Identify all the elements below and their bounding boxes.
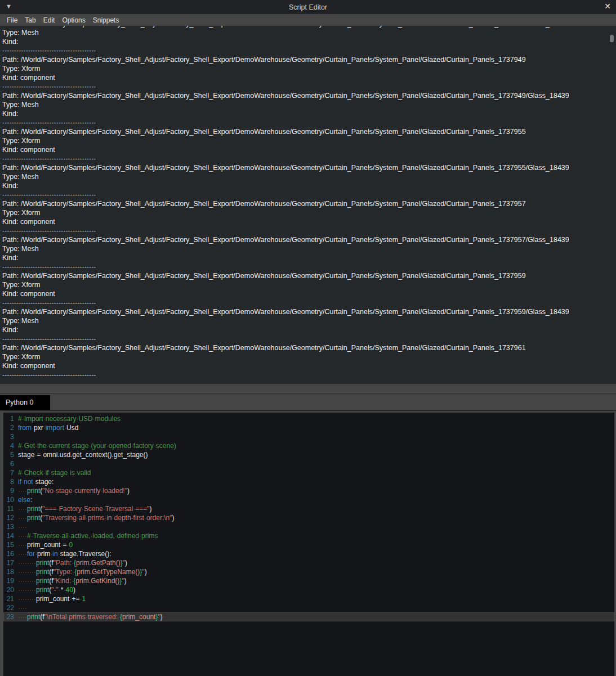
code-text: ····prim_count·=·0 <box>18 540 614 549</box>
console-line: Path: /World/Factory/Samples/Factory_She… <box>2 235 616 244</box>
code-line: 6 <box>3 459 614 468</box>
console-line: ---------------------------------------- <box>2 118 616 127</box>
code-text: ····#·Traverse·all·active,·loaded,·defin… <box>18 531 614 540</box>
code-line: 21········prim_count·+=·1 <box>3 594 614 603</box>
line-number: 9 <box>3 486 18 495</box>
menu-item-tab[interactable]: Tab <box>25 16 35 24</box>
console-line: ---------------------------------------- <box>2 262 616 271</box>
console-line: Type: Mesh <box>2 316 616 325</box>
code-text: ····print(f"\nTotal·prims·traversed:·{pr… <box>18 612 614 621</box>
line-number: 21 <box>3 594 18 603</box>
console-line: Type: Xform <box>2 280 616 289</box>
code-text: ········prim_count·+=·1 <box>18 594 614 603</box>
code-line: 14····#·Traverse·all·active,·loaded,·def… <box>3 531 614 540</box>
console-line: Kind: <box>2 253 616 262</box>
console-line: Type: Mesh <box>2 244 616 253</box>
code-text: #·Import·necessary·USD·modules <box>18 414 614 423</box>
console-line: Type: Mesh <box>2 172 616 181</box>
line-number: 19 <box>3 576 18 585</box>
menu-bar: FileTabEditOptionsSnippets <box>0 14 616 26</box>
console-line: Path: /World/Factory/Samples/Factory_She… <box>2 91 616 100</box>
line-number: 10 <box>3 495 18 504</box>
code-text: ····for·prim·in·stage.Traverse(): <box>18 549 614 558</box>
console-line: ---------------------------------------- <box>2 334 616 343</box>
code-line: 16····for·prim·in·stage.Traverse(): <box>3 549 614 558</box>
code-line: 15····prim_count·=·0 <box>3 540 614 549</box>
code-text: ····print("Traversing·all·prims·in·depth… <box>18 513 614 522</box>
line-number: 18 <box>3 567 18 576</box>
code-text: stage·=·omni.usd.get_context().get_stage… <box>18 450 614 459</box>
code-text: from·pxr·import·Usd <box>18 423 614 432</box>
tab-python-0[interactable]: Python 0 <box>0 395 50 410</box>
code-line: 9····print("No·stage·currently·loaded!") <box>3 486 614 495</box>
close-icon[interactable]: ✕ <box>604 2 611 11</box>
console-line: Kind: component <box>2 361 616 370</box>
code-line: 17········print(f"Path:·{prim.GetPath()}… <box>3 558 614 567</box>
console-line: Type: Xform <box>2 136 616 145</box>
code-line: 13···· <box>3 522 614 531</box>
console-line: Type: Xform <box>2 352 616 361</box>
code-line: 8if·not·stage: <box>3 477 614 486</box>
console-line: ---------------------------------------- <box>2 226 616 235</box>
console-line: ---------------------------------------- <box>2 82 616 91</box>
line-number: 17 <box>3 558 18 567</box>
title-bar: ▼ Script Editor ✕ <box>0 0 616 14</box>
line-number: 6 <box>3 459 18 468</box>
code-line: 3 <box>3 432 614 441</box>
menu-item-edit[interactable]: Edit <box>43 16 55 24</box>
line-number: 1 <box>3 414 18 423</box>
editor-panel: 1#·Import·necessary·USD·modules2from·pxr… <box>0 411 616 676</box>
line-number: 4 <box>3 441 18 450</box>
console-line: Kind: <box>2 109 616 118</box>
menu-item-options[interactable]: Options <box>62 16 85 24</box>
code-text: ········print(f"Type:·{prim.GetTypeName(… <box>18 567 614 576</box>
code-line: 19········print(f"Kind:·{prim.GetKind()}… <box>3 576 614 585</box>
console-line: Type: Mesh <box>2 100 616 109</box>
output-scrollbar-thumb[interactable] <box>610 35 614 42</box>
console-line: ---------------------------------------- <box>2 154 616 163</box>
code-line: 12····print("Traversing·all·prims·in·dep… <box>3 513 614 522</box>
code-line: 4#·Get·the·current·stage·(your·opened·fa… <box>3 441 614 450</box>
script-editor-window: ▼ Script Editor ✕ FileTabEditOptionsSnip… <box>0 0 616 676</box>
window-title: Script Editor <box>289 3 327 11</box>
console-line: Kind: <box>2 325 616 334</box>
console-line: Path: /World/Factory/Samples/Factory_She… <box>2 127 616 136</box>
output-console[interactable]: Path: /World/Factory/Samples/Factory_She… <box>0 26 616 384</box>
code-text: ········print(f"Kind:·{prim.GetKind()}") <box>18 576 614 585</box>
line-number: 23 <box>3 612 18 621</box>
code-line: 7#·Check·if·stage·is·valid <box>3 468 614 477</box>
tab-row: Python 0 <box>0 394 616 411</box>
code-line: 18········print(f"Type:·{prim.GetTypeNam… <box>3 567 614 576</box>
code-editor[interactable]: 1#·Import·necessary·USD·modules2from·pxr… <box>3 413 614 676</box>
menu-item-file[interactable]: File <box>7 16 17 24</box>
console-line: Kind: component <box>2 145 616 154</box>
menu-item-snippets[interactable]: Snippets <box>93 16 119 24</box>
console-line: Path: /World/Factory/Samples/Factory_She… <box>2 199 616 208</box>
code-text: ···· <box>18 522 614 531</box>
panel-divider[interactable] <box>0 384 616 394</box>
line-number: 16 <box>3 549 18 558</box>
line-number: 13 <box>3 522 18 531</box>
console-line: Path: /World/Factory/Samples/Factory_She… <box>2 55 616 64</box>
console-line: Type: Xform <box>2 208 616 217</box>
line-number: 22 <box>3 603 18 612</box>
code-line: 5stage·=·omni.usd.get_context().get_stag… <box>3 450 614 459</box>
console-line: Type: Xform <box>2 64 616 73</box>
code-text: if·not·stage: <box>18 477 614 486</box>
code-line: 23····print(f"\nTotal·prims·traversed:·{… <box>3 612 614 621</box>
code-text: else: <box>18 495 614 504</box>
code-line: 22···· <box>3 603 614 612</box>
code-text: #·Get·the·current·stage·(your·opened·fac… <box>18 441 614 450</box>
console-line: Path: /World/Factory/Samples/Factory_She… <box>2 271 616 280</box>
line-number: 11 <box>3 504 18 513</box>
line-number: 15 <box>3 540 18 549</box>
code-line: 2from·pxr·import·Usd <box>3 423 614 432</box>
console-line: Type: Mesh <box>2 28 616 37</box>
console-line: Kind: component <box>2 73 616 82</box>
window-menu-caret-icon[interactable]: ▼ <box>6 3 12 10</box>
console-line: ---------------------------------------- <box>2 190 616 199</box>
code-text: ····print("No·stage·currently·loaded!") <box>18 486 614 495</box>
code-text: ···· <box>18 603 614 612</box>
console-line: Path: /World/Factory/Samples/Factory_She… <box>2 343 616 352</box>
code-line: 11····print("===·Factory·Scene·Traversal… <box>3 504 614 513</box>
